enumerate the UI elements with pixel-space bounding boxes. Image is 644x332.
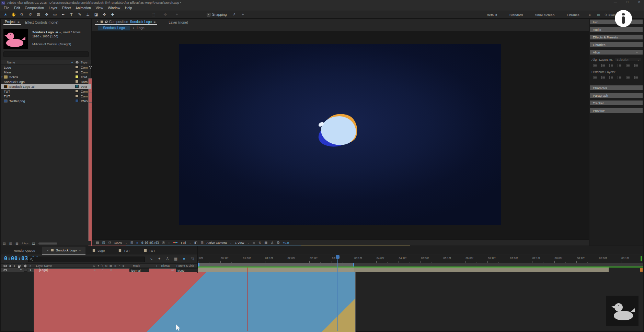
menu-item[interactable]: Composition [22,6,46,10]
snap-features-icon[interactable]: ⌖ [238,12,247,17]
panel-header-bar[interactable]: Preview [590,108,643,113]
timeline-tab[interactable]: TUT [137,247,162,254]
magnification-value[interactable]: 100% [114,241,122,245]
column-parent-link[interactable]: Parent & Link [176,264,194,268]
align-v-center-button[interactable] [625,63,630,68]
lock-icon[interactable] [105,22,107,23]
transparency-grid-icon[interactable]: ⊞ [200,241,203,245]
sort-ascending-icon[interactable]: ▲ [71,61,73,64]
distribute-top-button[interactable] [592,75,597,80]
rotation-tool[interactable]: ↺ [26,12,34,17]
label-color-swatch[interactable] [75,99,79,102]
view-layout-value[interactable]: 1 View [235,241,244,245]
graph-editor-icon[interactable]: ◹ [190,257,194,261]
fast-preview-icon[interactable]: ↯ [258,241,261,245]
item-name[interactable]: Twitter.png [9,99,91,103]
tab-effect-controls[interactable]: Effect Controls (none) [24,20,60,25]
panel-menu-icon[interactable]: ≡ [636,50,638,54]
close-button[interactable]: ✕ [638,0,641,4]
workspace-overflow-chevron[interactable]: » [586,13,595,17]
project-item-row[interactable]: Sonduck Logo .ai Vect [1,84,91,89]
layer-color-swatch[interactable] [24,269,27,272]
panel-menu-icon[interactable]: ≡ [153,20,156,24]
pan-behind-tool[interactable]: ✥ [43,12,51,17]
frame-blending-icon[interactable]: ▦ [174,257,178,261]
exposure-value[interactable]: +0.0 [283,241,289,245]
layer-effects-icon[interactable]: ⊘ [110,268,112,271]
puppet-pin-tool[interactable]: ✚ [108,12,117,17]
motion-blur-icon[interactable]: ● [182,257,186,261]
label-color-swatch[interactable] [75,70,79,73]
resolution-caret[interactable]: ⌄ [189,241,191,244]
work-area-start-handle[interactable] [198,263,199,266]
distribute-h-center-button[interactable] [625,75,630,80]
column-trkmat[interactable]: TrkMat [161,264,170,268]
shape-tool[interactable]: ▭ [51,12,59,17]
horizontal-scrollbar[interactable] [38,242,57,245]
bit-depth-label[interactable]: 8 bpc [22,242,29,245]
breadcrumb-current[interactable]: Sonduck Logo [98,25,130,31]
breadcrumb-parent[interactable]: Logo [137,26,144,30]
column-layer-name[interactable]: Layer Name [36,264,52,268]
tab-project[interactable]: Project ≡ [3,19,21,25]
project-item-row[interactable]: TUT Com [1,89,91,94]
snapshot-stack-icon[interactable]: ▤ [96,241,99,245]
comp-flowchart-icon[interactable]: ♙ [271,241,274,245]
distribute-right-button[interactable] [633,75,639,80]
panel-menu-icon[interactable]: ≡ [79,248,81,252]
composition-view[interactable] [179,44,501,225]
work-area-bar[interactable] [198,263,354,266]
eraser-tool[interactable]: ◪ [92,12,100,17]
align-left-button[interactable] [592,63,597,68]
panel-header-bar[interactable]: Libraries [590,42,643,47]
minimize-button[interactable]: — [614,0,617,4]
project-item-row[interactable]: TUT Com [1,94,91,98]
timeline-tab[interactable]: Render Queue [7,247,42,254]
view-layout-caret[interactable]: ⌄ [247,241,249,244]
camera-tool[interactable]: ⊡ [34,12,43,17]
menu-item[interactable]: File [1,6,12,10]
menu-item[interactable]: Animation [73,6,93,10]
layer-shy-icon[interactable]: ♙ [93,268,96,271]
distribute-bottom-button[interactable] [609,75,614,80]
pixel-aspect-icon[interactable]: ≣ [252,241,255,245]
workspace-button[interactable]: Small Screen [529,13,561,17]
menu-item[interactable]: Help [123,6,135,10]
column-mode[interactable]: Mode [133,264,140,268]
timeline-tab[interactable]: TUT [112,247,137,254]
label-tag-icon[interactable] [76,61,79,64]
menu-item[interactable]: Edit [12,6,22,10]
clone-stamp-tool[interactable]: ⊥ [84,12,92,17]
panel-header-bar[interactable]: Character [590,85,643,91]
trash-icon[interactable]: ⬓ [32,242,35,245]
panel-header-bar[interactable]: Effects & Presets [590,34,643,40]
project-search-input[interactable] [3,51,89,57]
menu-item[interactable]: Window [105,6,123,10]
panel-menu-icon[interactable]: ≡ [18,20,20,24]
show-channels-icon[interactable] [173,241,178,244]
selection-tool[interactable]: ➤ [2,10,9,19]
hand-tool[interactable]: ✋ [10,12,18,17]
distribute-left-button[interactable] [617,75,622,80]
panel-header-bar[interactable]: Audio [590,27,643,32]
menu-item[interactable]: Effect [60,6,73,10]
item-name[interactable]: Sonduck Logo .ai [9,85,91,88]
label-color-swatch[interactable] [75,80,79,83]
roi-toggle-icon[interactable]: ◧ [194,241,197,245]
project-item-row[interactable]: Main Com [1,70,91,74]
column-type[interactable]: Type [81,61,88,64]
panel-header-bar[interactable]: Tracker [590,100,643,106]
region-of-interest-icon[interactable]: ⊞ [130,241,133,245]
expand-chevron-icon[interactable]: ► [1,76,4,78]
maximize-button[interactable]: □ [626,0,628,4]
camera-view-value[interactable]: Active Camera [207,241,227,245]
tab-close-icon[interactable]: × [47,248,49,252]
display-icon[interactable]: ⊡ [102,241,105,245]
layer-visibility-eye-icon[interactable] [3,269,7,271]
menu-item[interactable]: Layer [46,6,60,10]
snap-edges-icon[interactable]: ↗ [229,12,238,17]
label-color-swatch[interactable] [75,94,79,97]
layer-expand-chevron-icon[interactable]: ► [20,268,22,271]
label-color-swatch[interactable] [75,66,79,69]
align-right-button[interactable] [609,63,614,68]
